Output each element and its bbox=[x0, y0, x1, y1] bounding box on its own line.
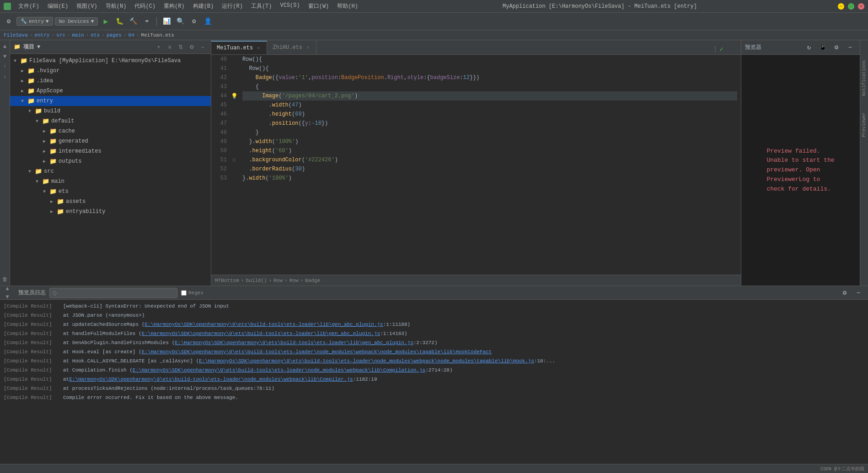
window-controls: ─ □ ✕ bbox=[838, 3, 864, 10]
tab-meitung-label: MeiTuan.ets bbox=[217, 45, 253, 51]
bc-pages[interactable]: pages bbox=[107, 32, 122, 38]
log-link-4[interactable]: E:\HarmonyOs\SDK\openharmony\9\ets\build… bbox=[142, 330, 380, 338]
bc-ets[interactable]: ets bbox=[91, 32, 100, 38]
log-minimize-icon[interactable]: − bbox=[852, 287, 864, 299]
menu-vcs[interactable]: VCS(S) bbox=[276, 1, 303, 11]
maximize-button[interactable]: □ bbox=[848, 3, 854, 10]
settings-gear-icon[interactable]: ⚙ bbox=[188, 16, 200, 27]
tab-meitung[interactable]: MeiTuan.ets ✕ bbox=[211, 41, 267, 54]
panel-close-button[interactable]: − bbox=[198, 43, 207, 52]
preview-minimize-icon[interactable]: − bbox=[844, 42, 856, 53]
tree-appscope[interactable]: ▶ 📁 AppScope bbox=[10, 86, 211, 96]
tree-hvigor[interactable]: ▶ 📁 .hvigor bbox=[10, 66, 211, 76]
bc-04[interactable]: 04 bbox=[129, 32, 134, 38]
close-button[interactable]: ✕ bbox=[858, 3, 864, 10]
status-text: CSDN @十二点半的我 bbox=[820, 466, 864, 472]
entry-selector[interactable]: 🔧 entry ▼ bbox=[16, 17, 53, 26]
code-line-50: .height('60') bbox=[242, 146, 737, 155]
tree-default[interactable]: ▼ 📁 default bbox=[10, 116, 211, 126]
panel-settings-button[interactable]: ⚙ bbox=[187, 43, 196, 52]
add-button[interactable]: + bbox=[154, 43, 163, 52]
log-link-9[interactable]: E:\HarmonyOs\SDK\openharmony\9\ets\build… bbox=[69, 375, 353, 383]
bc-entry[interactable]: entry bbox=[34, 32, 49, 38]
tree-build[interactable]: ▼ 📁 build bbox=[10, 106, 211, 116]
profile-button[interactable]: 📊 bbox=[161, 16, 172, 27]
menu-window[interactable]: 窗口(W) bbox=[305, 1, 333, 11]
previewer-label[interactable]: Previewer bbox=[861, 111, 868, 139]
tree-outputs[interactable]: ▶ 📁 outputs bbox=[10, 156, 211, 166]
log-link-6[interactable]: E:\HarmonyOs\SDK\openharmony\9\ets\build… bbox=[142, 348, 492, 356]
tree-generated[interactable]: ▶ 📁 generated bbox=[10, 136, 211, 146]
code-line-52: .borderRadius(30) bbox=[242, 165, 737, 174]
tree-entry[interactable]: ▼ 📁 entry bbox=[10, 96, 211, 106]
menu-code[interactable]: 代码(C) bbox=[131, 1, 159, 11]
menu-edit[interactable]: 编辑(E) bbox=[44, 1, 72, 11]
preview-phone-icon[interactable]: 📱 bbox=[817, 42, 829, 53]
settings-icon[interactable]: ⚙ bbox=[3, 16, 15, 27]
bc-src[interactable]: src bbox=[56, 32, 65, 38]
regex-checkbox[interactable] bbox=[181, 290, 187, 296]
bc-filesava[interactable]: FileSava bbox=[4, 32, 28, 38]
preview-settings-icon[interactable]: ⚙ bbox=[830, 42, 842, 53]
tab-zhihu[interactable]: ZhiHU.ets ✕ bbox=[267, 41, 316, 54]
menu-nav[interactable]: 导航(N) bbox=[102, 1, 130, 11]
tab-zhihu-close[interactable]: ✕ bbox=[305, 44, 311, 51]
menu-tools[interactable]: 工具(T) bbox=[247, 1, 276, 11]
tree-intermediates[interactable]: ▶ 📁 intermediates bbox=[10, 146, 211, 156]
log-link-7[interactable]: E:\HarmonyOs\SDK\openharmony\9\ets\build… bbox=[199, 357, 534, 365]
menu-run[interactable]: 运行(R) bbox=[218, 1, 246, 11]
delete-icon[interactable]: 🗑 bbox=[0, 275, 10, 284]
main-layout: ▲ ▼ ↑ ↓ 🗑 📁 项目 ▼ + ≡ ⇅ ⚙ − ▼ 📁 FileSava … bbox=[0, 40, 868, 286]
tree-idea[interactable]: ▶ 📁 .idea bbox=[10, 76, 211, 86]
line-numbers: 40 41 42 43 44 45 46 47 48 49 50 51 52 5… bbox=[211, 55, 230, 275]
build-button[interactable]: 🔨 bbox=[127, 16, 139, 27]
bottom-right-actions: ⚙ − bbox=[839, 287, 864, 299]
ebc-row1[interactable]: Row bbox=[273, 278, 283, 283]
ebc-build[interactable]: build() bbox=[246, 278, 267, 283]
notifications-label[interactable]: Notifications bbox=[861, 58, 868, 98]
tab-meitung-close[interactable]: ✕ bbox=[256, 45, 261, 51]
user-icon[interactable]: 👤 bbox=[202, 16, 214, 27]
tree-src[interactable]: ▼ 📁 src bbox=[10, 166, 211, 176]
tree-assets[interactable]: ▶ 📁 assets bbox=[10, 197, 211, 207]
tree-cache[interactable]: ▶ 📁 cache bbox=[10, 126, 211, 136]
menu-build[interactable]: 构建(B) bbox=[189, 1, 218, 11]
search-button[interactable]: 🔍 bbox=[174, 16, 186, 27]
sort-button[interactable]: ⇅ bbox=[176, 43, 185, 52]
tree-entryability[interactable]: ▶ 📁 entryability bbox=[10, 207, 211, 217]
log-up-icon[interactable]: ▲ bbox=[4, 285, 11, 292]
run-button[interactable]: ▶ bbox=[100, 16, 112, 27]
log-settings-icon[interactable]: ⚙ bbox=[839, 287, 851, 299]
log-link-8[interactable]: E:\HarmonyOs\SDK\openharmony\9\ets\build… bbox=[133, 366, 425, 374]
log-link-5[interactable]: E:\HarmonyOs\SDK\openharmony\9\ets\build… bbox=[175, 339, 413, 347]
tree-ets[interactable]: ▼ 📁 ets bbox=[10, 186, 211, 197]
preview-refresh-icon[interactable]: ↻ bbox=[803, 42, 815, 53]
tree-main[interactable]: ▼ 📁 main bbox=[10, 176, 211, 186]
minimize-button[interactable]: ─ bbox=[838, 3, 844, 10]
no-devices-selector[interactable]: No Devices ▼ bbox=[55, 17, 98, 26]
menu-file[interactable]: 文件(F) bbox=[15, 1, 43, 11]
coverage-button[interactable]: ☂ bbox=[141, 16, 153, 27]
filter-button[interactable]: ≡ bbox=[165, 43, 174, 52]
log-link-3[interactable]: E:\HarmonyOs\SDK\openharmony\9\ets\build… bbox=[145, 320, 383, 329]
log-line-10: [Compile Result] at processTicksAndRejec… bbox=[0, 384, 868, 393]
menu-refactor[interactable]: 重构(R) bbox=[160, 1, 188, 11]
menu-view[interactable]: 视图(V) bbox=[73, 1, 101, 11]
tabs-more-icon[interactable]: ⋮ bbox=[711, 44, 720, 54]
left-nav-icon[interactable]: ↑ bbox=[0, 62, 10, 71]
panel-dropdown-icon[interactable]: ▼ bbox=[37, 44, 40, 50]
ebc-mtbottom[interactable]: MTBottom bbox=[215, 278, 239, 283]
log-search-input[interactable] bbox=[49, 288, 177, 298]
regex-label: Regex bbox=[181, 290, 204, 296]
down-icon[interactable]: ▼ bbox=[0, 52, 10, 61]
bc-main[interactable]: main bbox=[72, 32, 84, 38]
tree-root[interactable]: ▼ 📁 FileSava [MyApplication] E:\HarmonyO… bbox=[10, 56, 211, 66]
menu-help[interactable]: 帮助(H) bbox=[333, 1, 362, 11]
tree-cache-label: cache bbox=[59, 128, 75, 134]
left-nav-icon2[interactable]: ↓ bbox=[0, 72, 10, 81]
code-content[interactable]: Row(){ Row(){ Badge({value:'1',position:… bbox=[239, 55, 741, 275]
ebc-row2[interactable]: Row bbox=[289, 278, 299, 283]
debug-button[interactable]: 🐛 bbox=[113, 16, 125, 27]
ebc-badge[interactable]: Badge bbox=[305, 278, 320, 283]
up-icon[interactable]: ▲ bbox=[0, 42, 10, 51]
